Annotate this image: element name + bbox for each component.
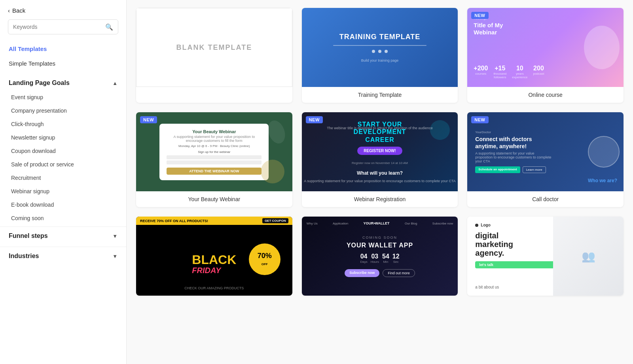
sidebar-item-coupon-download[interactable]: Coupon download [0,144,126,158]
online-label: Online course [467,87,624,103]
wallet-nav: Why Us Application YOUR▪WALLET Our Blog … [307,221,453,225]
wallet-logo: YOUR▪WALLET [363,221,389,225]
logo-text: Logo [481,223,490,227]
timer-sec: 12 [392,253,400,260]
template-digital-marketing[interactable]: Logo digitalmarketingagency. let's talk … [467,217,624,296]
beauty-signup-label: Sign up for the webinar [167,150,262,154]
stat-10: 10 [512,65,527,72]
beauty-card-sub: A supporting statement for your value pr… [167,135,262,143]
timer-min: 54 [382,253,389,260]
wallet-timer: 04Days 03Hours 54Min 12Sec [360,253,399,264]
doctor-schedule-btn: Schedule an appointment [475,166,520,173]
back-arrow-icon: ‹ [8,7,10,14]
stat-podcast-label: podcast [533,72,544,75]
template-webinar-reg[interactable]: NEW YourLogo The webinar title is design… [302,112,458,207]
sidebar-item-sale-product[interactable]: Sale of product or service [0,158,126,171]
dot3 [385,50,388,53]
bf-header: RECEIVE 70% OFF ON ALL PRODUCTS! GET COU… [136,217,292,225]
stat-200: +200 [474,65,488,72]
sidebar-item-recruitment[interactable]: Recruitment [0,171,126,185]
digital-people-area: 👥 [553,217,624,296]
doctor-label: Call doctor [467,191,624,207]
search-input[interactable] [8,20,100,34]
bf-black-title: BLACK [192,253,236,266]
training-title: TRAINING TEMPLATE [339,33,421,41]
webinar-main-title: START YOURDEVELOPMENTCAREER [354,121,406,143]
webinar-learn-sub: A supporting statement for your value pr… [304,179,456,183]
training-label: Training Template [302,87,458,103]
funnel-steps-header[interactable]: Funnel steps ▼ [0,226,126,245]
sidebar-item-company-presentation[interactable]: Company presentation [0,104,126,117]
online-new-badge: NEW [471,12,488,19]
sidebar-item-newsletter-signup[interactable]: Newsletter signup [0,131,126,144]
bf-footer: CHECK OUR AMAZING PRODUCTS [136,286,292,290]
online-stats: +200courses +15thousandfollowers 10years… [474,65,544,79]
stat-followers-label: thousandfollowers [493,72,506,79]
template-call-doctor[interactable]: NEW YourDoctor Connect with doctors anyt… [467,112,624,207]
webinar-register-btn: REGISTER NOW! [357,147,402,155]
beauty-date: Monday, Apr 10 @ 6 - 9 PM · Beauty Clini… [167,144,262,148]
back-button[interactable]: ‹ Back [0,0,126,19]
template-online-course[interactable]: NEW YourLogo Title of MyWebinar +200cour… [467,8,624,103]
template-training-thumb: TRAINING TEMPLATE Build your training pa… [302,8,458,87]
doctor-who-are-we: Who we are? [588,178,617,183]
template-wallet-thumb: Why Us Application YOUR▪WALLET Our Blog … [302,217,458,296]
beauty-form-fields [167,155,262,164]
template-blank-thumb: BLANK TEMPLATE [136,8,292,87]
wallet-find-btn: Find out more [383,269,415,277]
industries-header[interactable]: Industries ▼ [0,247,126,265]
doctor-logo: YourDoctor [475,130,616,134]
template-online-thumb: NEW YourLogo Title of MyWebinar +200cour… [467,8,624,87]
sidebar-item-ebook-download[interactable]: E-book download [0,198,126,211]
wallet-buttons: Subscribe now Find out more [345,269,415,277]
beauty-deco-circle [261,160,284,183]
template-wallet-app[interactable]: Why Us Application YOUR▪WALLET Our Blog … [302,217,458,296]
sidebar-item-simple-templates[interactable]: Simple Templates [0,56,126,71]
template-black-friday[interactable]: RECEIVE 70% OFF ON ALL PRODUCTS! GET COU… [136,217,292,296]
template-blank[interactable]: BLANK TEMPLATE [136,8,292,103]
beauty-card-title: Your Beauty Webinar [167,129,262,134]
webinar-deco-circle [430,120,450,140]
wallet-coming-soon: COMING SOON [362,236,397,240]
industries-title: Industries [9,253,39,260]
wallet-nav-blog: Our Blog [405,222,417,225]
timer-days-label: Days [360,260,367,264]
timer-sec-label: Sec [392,260,400,264]
doctor-main-title: Connect with doctors anytime, anywhere! [475,136,552,150]
template-beauty-webinar[interactable]: NEW Your Beauty Webinar A supporting sta… [136,112,292,207]
timer-days: 04 [360,253,367,260]
templates-grid: BLANK TEMPLATE TRAINING TEMPLATE Build y… [136,8,624,296]
webinar-date-info: Register now on November 14 at 10 AM [352,161,408,165]
template-webinar-thumb: NEW YourLogo The webinar title is design… [302,112,458,191]
training-sub: Build your training page [361,58,399,62]
search-button[interactable]: 🔍 [100,20,118,34]
back-label: Back [12,7,25,14]
sidebar-item-all-templates[interactable]: All Templates [0,41,126,56]
landing-page-goals-header[interactable]: Landing Page Goals ▲ [0,74,126,91]
doctor-buttons: Schedule an appointment Learn more [475,166,616,173]
wallet-subscribe-btn: Subscribe now [345,269,379,277]
funnel-steps-chevron-icon: ▼ [112,233,118,239]
logo-dot [475,224,478,227]
beauty-label: Your Beauty Webinar [136,191,292,207]
bf-friday-title: Friday [192,266,236,275]
stat-experience-label: yearsexperience [512,72,527,79]
stat-15: +15 [493,65,506,72]
training-line [333,45,427,46]
doctor-photo-circle [588,136,620,168]
sidebar-item-event-signup[interactable]: Event signup [0,91,126,104]
doctor-new-badge: NEW [471,116,488,123]
sidebar-item-click-through[interactable]: Click-through [0,117,126,131]
template-training[interactable]: TRAINING TEMPLATE Build your training pa… [302,8,458,103]
template-doctor-thumb: NEW YourDoctor Connect with doctors anyt… [467,112,624,191]
webinar-learn-title: What will you learn? [357,170,403,176]
bf-main: BLACK Friday [192,253,236,275]
template-beauty-thumb: NEW Your Beauty Webinar A supporting sta… [136,112,292,191]
beauty-new-badge: NEW [140,116,157,123]
wallet-nav-app: Application [333,222,348,225]
sidebar-item-coming-soon[interactable]: Coming soon [0,211,126,225]
sidebar-item-webinar-signup[interactable]: Webinar signup [0,185,126,198]
bf-header-text: RECEIVE 70% OFF ON ALL PRODUCTS! [140,219,208,223]
main-content: BLANK TEMPLATE TRAINING TEMPLATE Build y… [127,0,633,364]
stat-courses-label: courses [474,72,488,75]
